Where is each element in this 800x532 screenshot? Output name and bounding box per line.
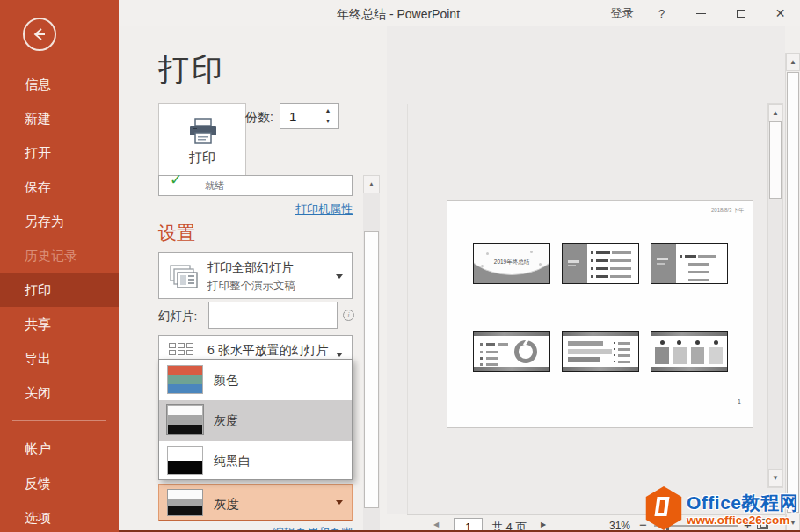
copies-stepper[interactable]: 1 ▲ ▼ (280, 103, 339, 129)
slide-thumbnail-1: 2019年终总结 (473, 243, 550, 284)
donut-chart (514, 340, 537, 363)
help-icon[interactable]: ? (642, 0, 681, 26)
titlebar: 年终总结 - PowerPoint 登录 ? ✕ (119, 0, 800, 26)
color-swatch-icon (167, 365, 203, 394)
color-mode-list: 颜色 灰度 纯黑白 (158, 359, 353, 480)
sidebar-divider (12, 420, 106, 421)
color-mode-option-grayscale[interactable]: 灰度 (159, 400, 352, 441)
copies-value: 1 (289, 109, 296, 124)
chevron-down-icon (336, 500, 343, 505)
sidebar-item-print[interactable]: 打印 (0, 273, 119, 307)
maximize-icon[interactable] (721, 0, 760, 26)
print-range-subtitle: 打印整个演示文稿 (207, 279, 295, 294)
scroll-down-icon[interactable]: ▼ (768, 469, 782, 487)
color-mode-option-color[interactable]: 颜色 (159, 360, 352, 400)
slides-range-input[interactable] (208, 302, 338, 329)
slide1-title: 2019年终总结 (474, 259, 549, 266)
next-page-icon[interactable]: ▶ (541, 521, 546, 528)
preview-page: 2018/8/3 下午 2019年终总结 (447, 200, 753, 428)
color-mode-value: 灰度 (214, 496, 239, 513)
settings-scrollbar[interactable]: ▲ (363, 175, 380, 532)
slide-thumbnail-3 (651, 243, 728, 284)
chevron-down-icon (336, 274, 343, 279)
window-title: 年终总结 - PowerPoint (337, 7, 460, 23)
minimize-icon[interactable] (681, 0, 721, 26)
office-logo-icon (644, 486, 684, 530)
grayscale-swatch-icon (167, 405, 203, 434)
slides-label: 幻灯片: (158, 309, 197, 324)
printer-select[interactable]: ✓ 就绪 (158, 175, 353, 196)
sidebar-item-save[interactable]: 保存 (0, 170, 119, 204)
sidebar-item-feedback[interactable]: 反馈 (0, 466, 119, 500)
printer-icon (187, 118, 219, 146)
slides-stack-icon (169, 264, 200, 290)
page-title: 打印 (158, 49, 225, 91)
info-icon: i (343, 310, 354, 321)
print-range-value: 打印全部幻灯片 (207, 260, 294, 276)
sidebar-item-options[interactable]: 选项 (0, 500, 119, 532)
scroll-up-icon[interactable]: ▲ (786, 53, 800, 71)
slide-thumbnail-4 (473, 331, 550, 372)
sidebar-item-new[interactable]: 新建 (0, 101, 119, 135)
slide-thumbnail-5 (562, 331, 639, 372)
sidebar-item-info[interactable]: 信息 (0, 67, 119, 101)
grayscale-swatch-icon (167, 489, 203, 516)
preview-scrollbar[interactable]: ▲ ▼ (767, 103, 783, 488)
print-button[interactable]: 打印 (158, 103, 246, 177)
sidebar-item-close[interactable]: 关闭 (0, 375, 119, 410)
spin-up-icon[interactable]: ▲ (322, 106, 334, 116)
layout-value: 6 张水平放置的幻灯片 (207, 343, 329, 359)
close-icon[interactable]: ✕ (760, 0, 800, 26)
color-mode-dropdown[interactable]: 灰度 (158, 484, 353, 521)
watermark-url: www.office26.com (687, 514, 798, 527)
print-button-label: 打印 (159, 149, 245, 166)
watermark-title: Office教程网 (687, 491, 798, 515)
preview-page-number: 1 (738, 398, 741, 404)
chevron-down-icon (336, 353, 343, 357)
spin-down-icon[interactable]: ▼ (322, 116, 334, 127)
sidebar-item-history: 历史记录 (0, 238, 119, 273)
print-range-dropdown[interactable]: 打印全部幻灯片 打印整个演示文稿 (158, 252, 353, 299)
sidebar-item-save-as[interactable]: 另存为 (0, 204, 119, 238)
previous-page-icon[interactable]: ◀ (433, 521, 439, 528)
scrollbar-thumb[interactable] (364, 231, 379, 508)
copies-label: 份数: (245, 110, 273, 126)
printer-properties-link[interactable]: 打印机属性 (158, 201, 353, 217)
color-mode-option-blackwhite[interactable]: 纯黑白 (159, 441, 352, 481)
window-controls: 登录 ? ✕ (602, 0, 800, 26)
sidebar-item-account[interactable]: 帐户 (0, 432, 119, 466)
slide-thumbnail-2 (562, 243, 639, 284)
blackwhite-swatch-icon (167, 446, 203, 475)
sidebar-item-export[interactable]: 导出 (0, 341, 119, 375)
scrollbar-thumb[interactable] (769, 121, 782, 199)
page-date: 2018/8/3 下午 (711, 207, 744, 215)
handout-grid-icon (169, 343, 193, 355)
settings-heading: 设置 (158, 221, 195, 245)
sidebar-item-open[interactable]: 打开 (0, 135, 119, 170)
print-preview-pane: 2018/8/3 下午 2019年终总结 (387, 26, 785, 514)
sign-in-button[interactable]: 登录 (602, 0, 642, 26)
printer-ready-icon: ✓ (170, 171, 182, 189)
watermark: Office教程网 www.office26.com (644, 486, 798, 530)
printer-status-text: 就绪 (205, 179, 224, 193)
sidebar-item-share[interactable]: 共享 (0, 307, 119, 341)
back-arrow-icon[interactable] (23, 18, 56, 51)
scroll-up-icon[interactable]: ▲ (363, 175, 380, 193)
sidebar-menu: 信息 新建 打开 保存 另存为 历史记录 打印 共享 导出 关闭 帐户 反馈 选… (0, 67, 119, 532)
window-scrollbar[interactable]: ▲ ▼ (785, 53, 800, 532)
slide-thumbnail-6 (651, 331, 728, 372)
backstage-sidebar: 信息 新建 打开 保存 另存为 历史记录 打印 共享 导出 关闭 帐户 反馈 选… (0, 0, 119, 532)
scroll-up-icon[interactable]: ▲ (768, 104, 782, 122)
scrollbar-thumb[interactable] (787, 72, 799, 513)
